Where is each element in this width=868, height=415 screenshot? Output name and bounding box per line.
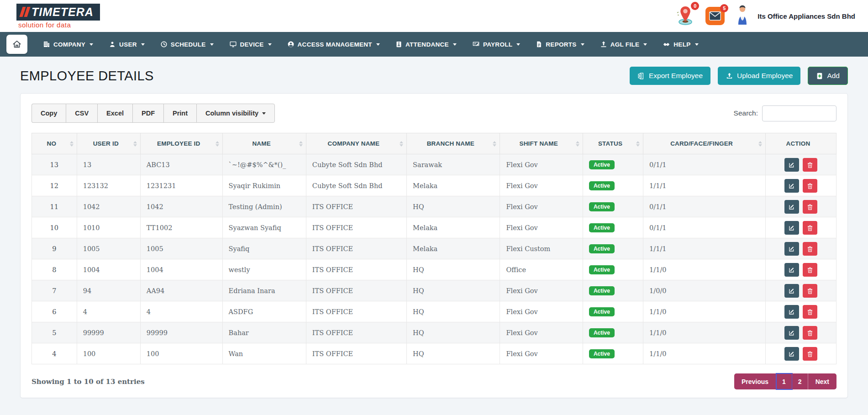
trash-icon [807, 161, 813, 168]
excel-button[interactable]: Excel [97, 104, 132, 123]
nav-item-company[interactable]: COMPANY [43, 41, 93, 48]
sort-icon [493, 141, 496, 147]
status-badge: Active [589, 286, 615, 295]
chevron-down-icon [581, 43, 584, 46]
mail-button[interactable]: 5 [705, 7, 725, 25]
edit-button[interactable] [784, 221, 799, 235]
pagination-page-2-button[interactable]: 2 [792, 373, 808, 389]
edit-button[interactable] [784, 242, 799, 256]
header-shift-name[interactable]: SHIFT NAME [500, 133, 583, 154]
delete-button[interactable] [803, 263, 817, 277]
nav-label: SCHEDULE [171, 41, 206, 48]
delete-button[interactable] [803, 242, 817, 256]
cell-shift-name: Flexi Gov [500, 280, 583, 301]
nav-label: REPORTS [546, 41, 576, 48]
header-status[interactable]: STATUS [583, 133, 643, 154]
cell-action [765, 154, 836, 175]
sort-icon [400, 141, 403, 147]
edit-button[interactable] [784, 326, 799, 340]
cell-company-name: ITS OFFICE [306, 259, 406, 280]
cell-company-name: ITS OFFICE [306, 196, 406, 217]
column-visibility-button[interactable]: Column visibility [196, 104, 275, 123]
header-user-id[interactable]: USER ID [77, 133, 140, 154]
edit-button[interactable] [784, 200, 799, 214]
header-branch-name[interactable]: BRANCH NAME [407, 133, 500, 154]
delete-button[interactable] [803, 200, 817, 214]
cell-branch-name: HQ [407, 280, 500, 301]
location-pin-button[interactable]: 0 [675, 5, 695, 27]
cell-status: Active [583, 259, 643, 280]
profile-avatar-icon [735, 5, 750, 25]
upload-employee-label: Upload Employee [737, 72, 793, 80]
edit-button[interactable] [784, 305, 799, 319]
header-company-name[interactable]: COMPANY NAME [306, 133, 406, 154]
nav-home-button[interactable] [6, 35, 27, 54]
chevron-down-icon [695, 43, 699, 46]
nav-item-user[interactable]: USER [109, 41, 145, 48]
cell-no: 9 [32, 238, 77, 259]
cell-employee-id: AA94 [140, 280, 222, 301]
edit-button[interactable] [784, 263, 799, 277]
print-button[interactable]: Print [163, 104, 196, 123]
delete-button[interactable] [803, 158, 817, 172]
user-icon [109, 41, 116, 48]
table-row: 101010TT1002Syazwan SyafiqITS OFFICEMela… [32, 217, 836, 238]
nav-item-attendance[interactable]: ATTENDANCE [395, 41, 457, 48]
edit-pencil-icon [788, 203, 795, 210]
nav-item-schedule[interactable]: SCHEDULE [160, 41, 214, 48]
trash-icon [807, 182, 813, 189]
cell-action [765, 301, 836, 322]
pdf-button[interactable]: PDF [132, 104, 163, 123]
trash-icon [807, 266, 813, 273]
delete-button[interactable] [803, 326, 817, 340]
header-no[interactable]: NO [32, 133, 77, 154]
copy-button[interactable]: Copy [32, 104, 66, 123]
upload-employee-button[interactable]: Upload Employee [718, 67, 800, 85]
add-employee-button[interactable]: Add [808, 67, 848, 85]
money-check-icon [472, 41, 480, 48]
nav-item-agl-file[interactable]: AGL FILE [600, 41, 647, 48]
trash-icon [807, 329, 813, 336]
export-employee-button[interactable]: Export Employee [630, 67, 710, 85]
pagination-next-button[interactable]: Next [808, 373, 836, 389]
edit-pencil-icon [788, 308, 795, 315]
search-input[interactable] [762, 105, 836, 121]
table-row: 810041004westlyITS OFFICEHQOfficeActive1… [32, 259, 836, 280]
status-badge: Active [589, 307, 615, 316]
profile-button[interactable] [735, 5, 750, 27]
header-action: ACTION [765, 133, 836, 154]
cell-action [765, 217, 836, 238]
edit-pencil-icon [788, 287, 795, 294]
header-employee-id[interactable]: EMPLOYEE ID [140, 133, 222, 154]
pagination-previous-button[interactable]: Previous [734, 373, 776, 389]
cell-employee-id: TT1002 [140, 217, 222, 238]
table-row: 4100100WanITS OFFICEHQFlexi GovActive1/1… [32, 343, 836, 364]
status-badge: Active [589, 328, 615, 337]
edit-button[interactable] [784, 158, 799, 172]
delete-button[interactable] [803, 221, 817, 235]
csv-button[interactable]: CSV [66, 104, 97, 123]
nav-item-device[interactable]: DEVICE [229, 41, 272, 48]
sort-icon [576, 141, 579, 147]
cell-shift-name: Office [500, 259, 583, 280]
header-name[interactable]: NAME [222, 133, 306, 154]
nav-item-payroll[interactable]: PAYROLL [472, 41, 520, 48]
status-badge: Active [589, 244, 615, 253]
pagination-page-1-button[interactable]: 1 [776, 373, 792, 389]
delete-button[interactable] [803, 284, 817, 298]
delete-button[interactable] [803, 347, 817, 361]
edit-button[interactable] [784, 179, 799, 193]
cell-no: 7 [32, 280, 77, 301]
sort-icon [299, 141, 303, 147]
nav-item-reports[interactable]: REPORTS [536, 41, 584, 48]
cell-action [765, 322, 836, 343]
cell-name: `~!@#$%^&*()_ [222, 154, 306, 175]
delete-button[interactable] [803, 305, 817, 319]
edit-button[interactable] [784, 347, 799, 361]
header-card-face-finger[interactable]: CARD/FACE/FINGER [643, 133, 766, 154]
cell-status: Active [583, 238, 643, 259]
edit-button[interactable] [784, 284, 799, 298]
nav-item-access-management[interactable]: ACCESS MANAGEMENT [287, 41, 380, 48]
nav-item-help[interactable]: HELP [663, 41, 698, 48]
delete-button[interactable] [803, 179, 817, 193]
